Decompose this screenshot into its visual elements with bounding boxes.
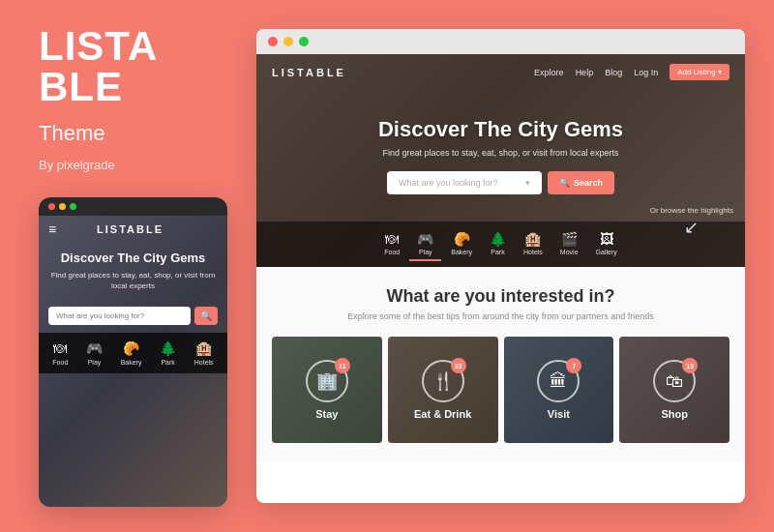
site-nav-login[interactable]: Log In [634, 68, 658, 77]
site-search-bar: What are you looking for? ▾ 🔍 Search [387, 171, 614, 194]
interest-card-eat[interactable]: 🍴 33 Eat & Drink [388, 337, 498, 443]
site-nav-explore[interactable]: Explore [534, 68, 564, 77]
left-panel: LISTA BLE Theme By pixelgrade ≡ LISTABLE… [39, 26, 227, 507]
interest-card-shop[interactable]: 🛍 13 Shop [619, 337, 729, 443]
site-hero-subtitle: Find great places to stay, eat, shop, or… [383, 148, 619, 158]
browser-mockup: LISTABLE Explore Help Blog Log In Add Li… [256, 29, 745, 503]
interests-subtitle: Explore some of the best tips from aroun… [272, 311, 729, 321]
mobile-hero-text: Discover The City Gems Find great places… [39, 243, 227, 300]
main-wrapper: LISTA BLE Theme By pixelgrade ≡ LISTABLE… [0, 0, 774, 532]
mobile-cat-park-label: Park [161, 359, 174, 366]
site-cat-play[interactable]: 🎮 Play [409, 227, 441, 261]
shop-icon: 🛍 [666, 371, 683, 392]
mobile-cat-park-icon: 🌲 [160, 340, 176, 356]
site-nav: LISTABLE Explore Help Blog Log In Add Li… [256, 54, 745, 90]
site-hero: LISTABLE Explore Help Blog Log In Add Li… [256, 54, 745, 267]
mobile-cat-bakery-icon: 🥐 [123, 340, 139, 356]
site-cat-food-label: Food [384, 249, 400, 255]
mobile-cat-play-icon: 🎮 [86, 340, 103, 356]
site-logo: LISTABLE [272, 67, 346, 78]
mobile-cat-bakery[interactable]: 🥐 Bakery [121, 340, 142, 366]
mobile-logo: LISTABLE [97, 223, 164, 235]
browser-content: LISTABLE Explore Help Blog Log In Add Li… [256, 54, 745, 503]
site-search-input[interactable]: What are you looking for? ▾ [387, 171, 542, 194]
visit-icon: 🏛 [550, 371, 567, 392]
interest-icon-eat: 🍴 33 [422, 360, 464, 402]
site-search-chevron-icon: ▾ [525, 178, 530, 188]
site-cat-hotels[interactable]: 🏨 Hotels [516, 227, 551, 261]
site-cat-bakery-label: Bakery [451, 249, 472, 255]
mobile-cat-play[interactable]: 🎮 Play [86, 340, 103, 366]
hamburger-icon[interactable]: ≡ [48, 222, 56, 236]
site-cat-gallery[interactable]: 🖼 Gallery [588, 227, 625, 261]
interest-icon-shop: 🛍 13 [653, 360, 696, 402]
interest-card-visit[interactable]: 🏛 7 Visit [504, 337, 614, 443]
site-nav-blog[interactable]: Blog [605, 68, 622, 77]
mobile-dot-yellow [59, 203, 66, 210]
shop-label: Shop [661, 408, 688, 420]
browse-hint-text: Or browse the highlights [650, 206, 733, 215]
site-cat-play-icon: 🎮 [417, 231, 433, 247]
site-cat-park-label: Park [491, 249, 504, 255]
site-nav-add-listing[interactable]: Add Listing ▾ [670, 64, 729, 80]
mobile-search-button[interactable]: 🔍 [194, 307, 218, 325]
mobile-cat-hotels-icon: 🏨 [195, 340, 212, 356]
mobile-nav: ≡ LISTABLE [39, 216, 227, 243]
mobile-cat-food[interactable]: 🍽 Food [52, 340, 68, 366]
site-cat-hotels-icon: 🏨 [524, 231, 541, 247]
browser-top-bar [256, 29, 745, 54]
site-nav-help[interactable]: Help [576, 68, 594, 77]
browse-hint: Or browse the highlights ↙ [650, 199, 733, 238]
site-cat-bakery-icon: 🥐 [454, 231, 470, 247]
brand-title: LISTA BLE [39, 26, 227, 107]
site-search-button[interactable]: 🔍 Search [548, 171, 614, 194]
interests-section: What are you interested in? Explore some… [256, 267, 745, 462]
interest-card-shop-content: 🛍 13 Shop [619, 337, 729, 443]
site-cat-movie-label: Movie [560, 249, 579, 255]
site-hero-title: Discover The City Gems [378, 117, 623, 142]
site-cat-gallery-label: Gallery [596, 249, 617, 255]
site-search-placeholder: What are you looking for? [399, 178, 498, 188]
mobile-cat-food-icon: 🍽 [53, 340, 67, 356]
browser-dot-red [268, 37, 278, 46]
mobile-search-input[interactable] [48, 307, 191, 325]
interests-grid: 🏢 11 Stay 🍴 33 [272, 337, 729, 443]
mobile-categories: 🍽 Food 🎮 Play 🥐 Bakery 🌲 Park [39, 333, 227, 373]
interest-icon-stay: 🏢 11 [306, 360, 348, 402]
site-cat-food-icon: 🍽 [385, 231, 399, 247]
eat-icon: 🍴 [432, 370, 454, 392]
interest-icon-visit: 🏛 7 [537, 360, 580, 402]
mobile-cat-play-label: Play [88, 359, 102, 366]
site-cat-food[interactable]: 🍽 Food [376, 227, 407, 261]
site-cat-movie[interactable]: 🎬 Movie [552, 227, 586, 261]
eat-label: Eat & Drink [414, 408, 471, 420]
mobile-cat-hotels-label: Hotels [194, 359, 214, 366]
site-cat-play-label: Play [419, 249, 432, 255]
mobile-dot-red [48, 203, 55, 210]
browser-dot-yellow [283, 37, 293, 46]
stay-label: Stay [315, 408, 338, 420]
interest-card-visit-content: 🏛 7 Visit [504, 337, 614, 443]
eat-count: 33 [451, 358, 466, 373]
mobile-hero-subtitle: Find great places to stay, eat, shop, or… [50, 270, 216, 291]
mobile-content: ≡ LISTABLE Discover The City Gems Find g… [39, 216, 227, 507]
mobile-search: 🔍 [48, 307, 218, 325]
site-nav-links: Explore Help Blog Log In Add Listing ▾ [534, 64, 729, 80]
site-cat-movie-icon: 🎬 [561, 231, 578, 247]
site-cat-park[interactable]: 🌲 Park [482, 227, 514, 261]
stay-icon: 🏢 [316, 370, 338, 392]
mobile-cat-park[interactable]: 🌲 Park [160, 340, 176, 366]
site-cat-bakery[interactable]: 🥐 Bakery [443, 227, 480, 261]
brand-by: By pixelgrade [39, 158, 227, 172]
mobile-cat-hotels[interactable]: 🏨 Hotels [194, 340, 214, 366]
site-search-icon: 🔍 [559, 178, 570, 188]
site-cat-gallery-icon: 🖼 [600, 231, 613, 247]
site-cat-park-icon: 🌲 [490, 231, 506, 247]
interest-card-eat-content: 🍴 33 Eat & Drink [388, 337, 498, 443]
browser-dot-green [299, 37, 309, 46]
visit-label: Visit [548, 408, 570, 420]
browse-arrow-icon: ↙ [650, 217, 733, 238]
interest-card-stay-content: 🏢 11 Stay [272, 337, 382, 443]
interest-card-stay[interactable]: 🏢 11 Stay [272, 337, 382, 443]
mobile-hero-title: Discover The City Gems [50, 251, 216, 266]
